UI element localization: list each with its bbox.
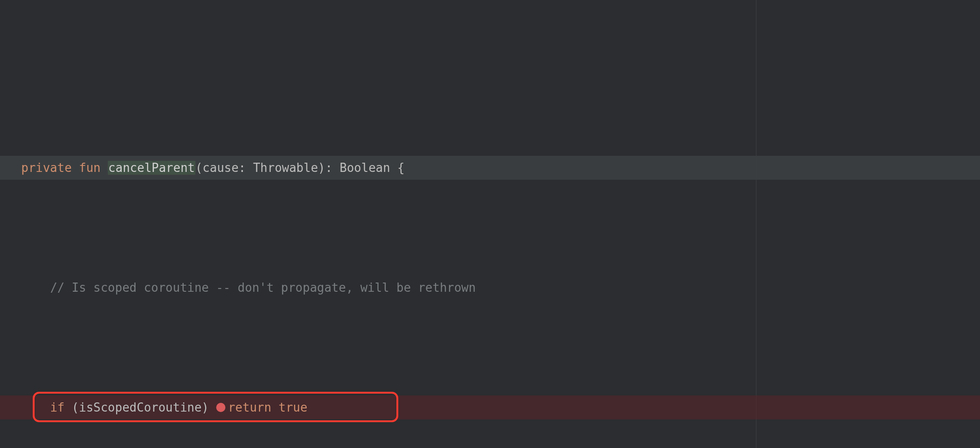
comment-text: // Is scoped coroutine -- don't propagat… — [50, 281, 476, 295]
signature-rest: (cause: Throwable): Boolean { — [195, 161, 405, 175]
keyword-return: return — [228, 401, 272, 414]
breakpoint-icon[interactable] — [216, 403, 225, 412]
code-editor[interactable]: private fun cancelParent(cause: Throwabl… — [0, 0, 980, 448]
code-line[interactable]: private fun cancelParent(cause: Throwabl… — [0, 156, 980, 180]
function-name: cancelParent — [108, 161, 195, 175]
code-line[interactable]: // Is scoped coroutine -- don't propagat… — [21, 276, 980, 300]
condition: (isScopedCoroutine) — [72, 401, 209, 414]
right-margin-ruler — [756, 0, 756, 448]
keyword-private: private — [21, 161, 72, 175]
keyword-fun: fun — [79, 161, 100, 175]
keyword-true: true — [278, 401, 307, 414]
code-line-breakpoint[interactable]: if (isScopedCoroutine) return true — [0, 395, 980, 419]
keyword-if: if — [50, 401, 65, 414]
